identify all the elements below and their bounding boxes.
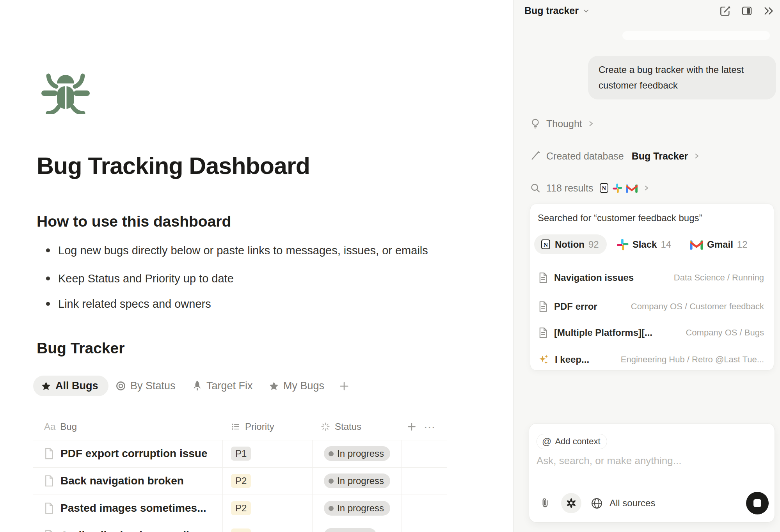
source-chip-gmail[interactable]: Gmail 12 bbox=[690, 239, 747, 250]
composer-input[interactable]: Ask, search, or make anything... bbox=[537, 455, 681, 467]
notion-icon: N bbox=[599, 183, 609, 193]
source-chips: N Notion 92 Slack 14 Gmail bbox=[534, 234, 748, 254]
text-property-icon: Aa bbox=[44, 421, 55, 432]
openai-model-button[interactable] bbox=[561, 493, 581, 513]
openai-icon bbox=[565, 497, 577, 509]
source-count: 14 bbox=[661, 239, 671, 250]
add-context-button[interactable]: @ Add context bbox=[537, 434, 607, 449]
svg-text:N: N bbox=[544, 241, 548, 248]
priority-badge[interactable]: P2 bbox=[231, 501, 251, 515]
attachment-icon[interactable] bbox=[540, 498, 550, 509]
tab-label: My Bugs bbox=[283, 380, 324, 392]
tab-all-bugs[interactable]: All Bugs bbox=[33, 376, 108, 396]
priority-badge[interactable]: P2 bbox=[231, 528, 251, 532]
source-chip-notion[interactable]: N Notion 92 bbox=[534, 234, 607, 254]
composer: @ Add context Ask, search, or make anyth… bbox=[529, 423, 775, 523]
status-badge[interactable]: In progress bbox=[324, 446, 390, 461]
result-title: PDF error bbox=[554, 301, 597, 312]
status-dot-icon bbox=[329, 506, 334, 511]
notion-icon: N bbox=[540, 239, 551, 250]
lightbulb-icon bbox=[530, 118, 540, 129]
add-view-button[interactable] bbox=[339, 376, 350, 396]
chevron-right-icon bbox=[643, 184, 649, 192]
bug-title: PDF export corruption issue bbox=[60, 447, 208, 460]
source-chip-slack[interactable]: Slack 14 bbox=[617, 239, 671, 250]
collapse-panel-icon[interactable] bbox=[763, 5, 775, 16]
priority-badge[interactable]: P2 bbox=[231, 474, 251, 488]
gmail-icon bbox=[626, 184, 638, 193]
column-label: Bug bbox=[60, 421, 77, 432]
column-label: Priority bbox=[245, 421, 274, 432]
table-row[interactable]: Audio clipping in recordings P2 Blocked bbox=[33, 522, 447, 532]
panel-toggle-icon[interactable] bbox=[741, 5, 752, 16]
status-property-icon bbox=[321, 422, 330, 431]
search-result-item[interactable]: Navigation issues Data Science / Running bbox=[530, 271, 775, 284]
column-header-priority[interactable]: Priority bbox=[231, 416, 274, 438]
step-label: Thought bbox=[546, 118, 582, 129]
tab-my-bugs[interactable]: My Bugs bbox=[269, 376, 324, 396]
search-result-item[interactable]: I keep... Engineering Hub / Retro @Last … bbox=[530, 353, 775, 366]
star-icon bbox=[41, 381, 51, 391]
ai-side-panel: Bug tracker Create a bug tracker with th… bbox=[513, 0, 780, 532]
search-result-item[interactable]: PDF error Company OS / Customer feedback bbox=[530, 300, 775, 313]
priority-badge[interactable]: P1 bbox=[231, 447, 251, 461]
chevron-right-icon bbox=[694, 153, 700, 160]
howto-bullet: Link related specs and owners bbox=[37, 298, 211, 310]
step-thought[interactable]: Thought bbox=[530, 117, 594, 130]
tab-label: All Bugs bbox=[55, 380, 98, 392]
result-path: Company OS / Customer feedback bbox=[631, 301, 764, 312]
page-icon bbox=[44, 475, 54, 487]
slack-icon bbox=[617, 239, 629, 250]
status-dot-icon bbox=[329, 479, 334, 484]
table-row[interactable]: Back navigation broken P2 In progress bbox=[33, 467, 447, 495]
search-card-title: Searched for “customer feedback bugs” bbox=[538, 213, 702, 223]
add-context-label: Add context bbox=[555, 436, 600, 447]
all-sources-button[interactable]: All sources bbox=[609, 498, 655, 509]
column-header-status[interactable]: Status bbox=[321, 416, 361, 438]
document-icon bbox=[538, 272, 548, 283]
status-badge[interactable]: In progress bbox=[324, 501, 390, 516]
document-icon bbox=[538, 301, 548, 312]
sparkle-icon bbox=[538, 354, 549, 365]
stop-button[interactable] bbox=[746, 492, 769, 514]
table-row[interactable]: Pasted images sometimes... P2 In progres… bbox=[33, 495, 447, 522]
tracker-heading: Bug Tracker bbox=[37, 340, 124, 357]
bug-page-icon[interactable] bbox=[39, 70, 92, 114]
user-message-bubble: Create a bug tracker with the latest cus… bbox=[588, 56, 776, 99]
panel-title: Bug tracker bbox=[524, 5, 579, 16]
status-badge[interactable]: Blocked bbox=[324, 528, 377, 532]
search-icon bbox=[530, 183, 540, 193]
table-row[interactable]: PDF export corruption issue P1 In progre… bbox=[33, 440, 447, 467]
result-path: Company OS / Bugs bbox=[686, 328, 764, 338]
tab-target-fix[interactable]: Target Fix bbox=[192, 376, 253, 396]
source-name: Slack bbox=[633, 239, 657, 250]
step-created-database[interactable]: Created database Bug Tracker bbox=[530, 149, 700, 163]
document-pane: Bug Tracking Dashboard How to use this d… bbox=[0, 0, 513, 532]
panel-title-menu[interactable]: Bug tracker bbox=[524, 5, 590, 16]
target-icon bbox=[115, 381, 126, 391]
tab-label: By Status bbox=[130, 380, 176, 392]
result-title: [Multiple Platforms][... bbox=[554, 327, 652, 338]
step-label: 118 results bbox=[546, 183, 593, 194]
column-header-bug[interactable]: Aa Bug bbox=[44, 416, 77, 438]
step-target: Bug Tracker bbox=[632, 151, 688, 162]
add-column-button[interactable] bbox=[407, 416, 417, 438]
howto-heading: How to use this dashboard bbox=[37, 213, 231, 230]
search-result-item[interactable]: [Multiple Platforms][... Company OS / Bu… bbox=[530, 326, 775, 339]
tab-by-status[interactable]: By Status bbox=[115, 376, 176, 396]
source-name: Notion bbox=[555, 239, 585, 250]
howto-bullet: Keep Status and Priority up to date bbox=[37, 272, 234, 285]
stop-icon bbox=[753, 499, 761, 507]
page-icon bbox=[44, 448, 54, 459]
select-property-icon bbox=[231, 422, 240, 431]
step-search-results[interactable]: 118 results N bbox=[530, 181, 649, 195]
compose-icon[interactable] bbox=[720, 5, 731, 16]
star-icon bbox=[269, 381, 279, 391]
table-more-button[interactable]: ⋯ bbox=[424, 416, 436, 438]
plus-icon bbox=[339, 381, 350, 392]
source-count: 12 bbox=[737, 239, 748, 250]
composer-toolbar: All sources bbox=[540, 492, 769, 514]
status-badge[interactable]: In progress bbox=[324, 473, 390, 488]
scrolled-message-remnant bbox=[622, 31, 770, 40]
result-path: Engineering Hub / Retro @Last Tue... bbox=[621, 355, 764, 365]
